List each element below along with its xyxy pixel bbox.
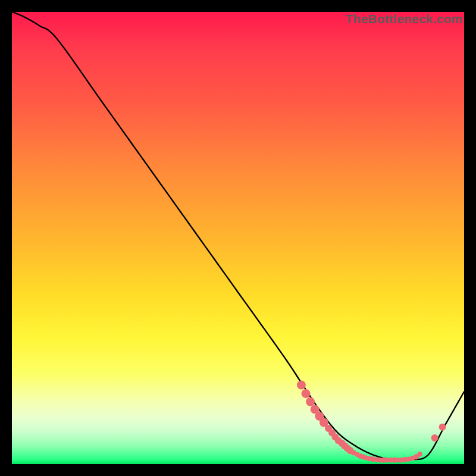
curve-marker (358, 453, 363, 459)
curve-marker (392, 458, 397, 463)
curve-marker (315, 412, 324, 421)
curve-marker (431, 434, 439, 441)
bottleneck-curve (12, 12, 464, 460)
curve-marker (410, 456, 415, 461)
chart-overlay (12, 12, 464, 464)
curve-marker (399, 458, 405, 463)
curve-marker (346, 447, 353, 454)
curve-marker (325, 425, 332, 432)
curve-marker (403, 457, 408, 462)
curve-marker (306, 397, 315, 406)
curve-marker (355, 452, 359, 457)
curve-marker (360, 454, 365, 459)
curve-marker (364, 455, 368, 460)
curve-marker (302, 389, 311, 398)
curve-marker (297, 381, 306, 390)
curve-marker (339, 440, 346, 447)
watermark-label: TheBottleneck.com (346, 12, 463, 26)
curve-marker (396, 458, 400, 462)
curve-marker (370, 456, 375, 462)
curve-marker (367, 456, 372, 461)
chart-root: TheBottleneck.com (0, 0, 476, 476)
curve-marker (311, 405, 320, 414)
curve-marker (374, 457, 378, 462)
curve-marker (417, 452, 422, 456)
curve-marker (414, 454, 419, 459)
curve-marker (351, 450, 356, 455)
curve-markers (297, 381, 446, 463)
curve-marker (406, 456, 411, 461)
curve-marker (385, 458, 390, 462)
curve-marker (331, 433, 339, 440)
curve-marker (439, 424, 446, 431)
curve-marker (335, 437, 342, 444)
curve-marker (344, 444, 351, 452)
curve-marker (381, 458, 386, 463)
curve-marker (341, 443, 348, 450)
curve-marker (328, 430, 336, 437)
plot-area: TheBottleneck.com (12, 12, 464, 464)
curve-marker (320, 418, 328, 427)
curve-marker (388, 458, 393, 463)
curve-marker (377, 458, 383, 463)
